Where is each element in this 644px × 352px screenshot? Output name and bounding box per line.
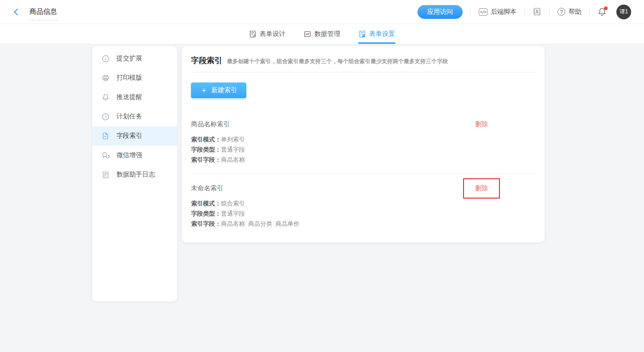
sidebar-item-field-index[interactable]: 字段索引 [92,126,177,146]
index-mode-row: 索引模式：单列索引 [191,135,535,145]
form-design-icon [249,30,256,38]
field-type-row: 字段类型：普通字段 [191,209,535,219]
tab-data-manage[interactable]: 数据管理 [303,24,341,44]
delete-cell: 删除 [475,120,488,129]
sidebar-item-label: 提交扩展 [116,54,142,63]
header-left: 商品信息 [12,7,57,17]
delete-link[interactable]: 删除 [475,184,488,193]
index-fields-row: 索引字段：商品名称 商品分类 商品单价 [191,219,535,229]
entry-divider [191,173,535,174]
panel-title: 字段索引 [191,55,222,66]
contacts-button[interactable] [533,7,541,16]
panel-header: 字段索引 最多创建十个索引，组合索引最多支持三个，每个组合索引最少支持两个最多支… [191,46,535,72]
question-icon: ? [557,8,565,16]
tab-form-settings[interactable]: 表单设置 [358,24,395,44]
code-icon: </> [479,8,487,16]
index-entry-1: 商品名称索引 删除 索引模式：单列索引 字段类型：普通字段 索引字段：商品名称 [191,119,535,165]
sidebar-item-scheduled-task[interactable]: 计划任务 [92,107,177,126]
sidebar-item-data-assistant-log[interactable]: 数据助手日志 [92,165,177,184]
bell-icon [102,94,110,101]
sidebar-item-print-template[interactable]: 打印模版 [92,68,177,88]
tab-form-design[interactable]: 表单设计 [249,24,286,44]
header-right: 应用访问 </> 后端脚本 ? [418,5,631,19]
tab-label: 表单设计 [260,30,285,38]
form-settings-icon [359,30,366,38]
divider [470,9,471,15]
tab-label: 表单设置 [369,30,395,38]
tab-label: 数据管理 [314,30,340,38]
page: 商品信息 应用访问 </> 后端脚本 [0,0,644,352]
index-entry-2: 未命名索引 删除 索引模式：组合索引 字段类型：普通字段 索引字段：商品名称 商… [191,183,535,229]
plus-icon: ＋ [200,87,208,94]
new-index-label: 新建索引 [211,86,237,94]
delete-link[interactable]: 删除 [475,120,488,129]
printer-icon [102,74,110,82]
clock-icon [102,113,110,121]
sidebar-item-label: 微信增强 [116,151,142,159]
backend-script-button[interactable]: </> 后端脚本 [479,8,516,16]
field-type-row: 字段类型：普通字段 [191,145,535,155]
contact-book-icon [533,7,541,16]
info-icon [102,55,110,63]
index-name: 商品名称索引 [191,120,230,129]
entry-details: 索引模式：单列索引 字段类型：普通字段 索引字段：商品名称 [191,135,535,165]
sidebar-item-wechat-enhance[interactable]: 微信增强 [92,146,177,165]
entry-head: 未命名索引 删除 [191,183,535,194]
sidebar-item-submit-extension[interactable]: 提交扩展 [92,49,177,68]
sidebar-item-label: 数据助手日志 [116,170,155,179]
index-fields-row: 索引字段：商品名称 [191,155,535,165]
sidebar-item-push-notification[interactable]: 推送提醒 [92,88,177,107]
backend-script-label: 后端脚本 [491,8,516,16]
sidebar-item-label: 字段索引 [116,132,142,140]
help-button[interactable]: ? 帮助 [557,8,581,16]
panel-subtitle: 最多创建十个索引，组合索引最多支持三个，每个组合索引最少支持两个最多支持三个字段 [227,58,448,65]
sidebar-item-label: 计划任务 [116,112,142,121]
wechat-icon [102,152,110,159]
divider [589,9,590,15]
tab-bar: 表单设计 数据管理 表单设置 [0,24,644,44]
index-name: 未命名索引 [191,184,223,193]
chevron-left-icon [12,8,20,16]
data-manage-icon [304,30,311,38]
app-access-button[interactable]: 应用访问 [418,5,463,19]
entry-head: 商品名称索引 删除 [191,119,535,129]
divider [524,9,525,15]
notification-badge [604,6,608,10]
divider [549,9,550,15]
settings-sidebar: 提交扩展 打印模版 推送提醒 [92,46,177,301]
field-index-panel: 字段索引 最多创建十个索引，组合索引最多支持三个，每个组合索引最少支持两个最多支… [182,46,545,242]
help-label: 帮助 [569,8,581,16]
new-index-button[interactable]: ＋ 新建索引 [191,82,246,98]
app-header: 商品信息 应用访问 </> 后端脚本 [0,0,644,24]
entry-details: 索引模式：组合索引 字段类型：普通字段 索引字段：商品名称 商品分类 商品单价 [191,199,535,229]
sidebar-item-label: 推送提醒 [116,93,142,101]
file-icon [102,132,110,140]
app-title[interactable]: 商品信息 [29,7,57,20]
back-button[interactable] [12,8,20,16]
log-icon [102,171,110,179]
index-mode-row: 索引模式：组合索引 [191,199,535,209]
notification-bell[interactable] [598,7,607,17]
delete-cell: 删除 [475,184,488,193]
sidebar-item-label: 打印模版 [116,74,142,82]
avatar[interactable]: 谭1 [616,5,631,19]
